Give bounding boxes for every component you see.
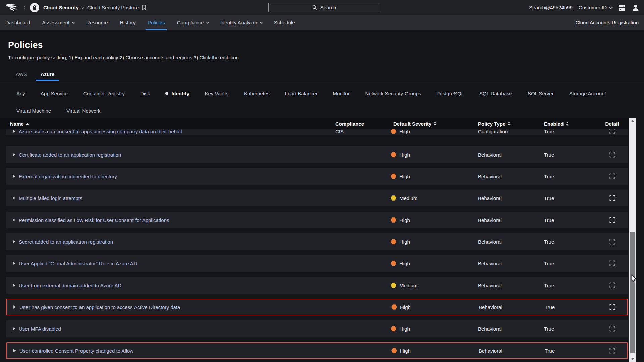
expand-caret-icon[interactable] <box>13 284 15 287</box>
filter-app-service[interactable]: App Service <box>41 84 68 102</box>
scrollbar-down-arrow-icon[interactable] <box>631 358 634 360</box>
cloud-security-lock-icon <box>30 3 39 12</box>
expand-caret-icon[interactable] <box>13 349 16 352</box>
filter-any[interactable]: Any <box>16 84 25 102</box>
filter-identity[interactable]: Identity <box>165 84 189 102</box>
nav-item-identity-analyzer[interactable]: Identity Analyzer <box>220 15 262 30</box>
detail-expand-button[interactable] <box>609 217 615 223</box>
cloud-accounts-registration-link[interactable]: Cloud Accounts Registration <box>576 20 639 25</box>
tab-aws[interactable]: AWS <box>11 68 32 81</box>
scrollbar-thumb[interactable] <box>630 232 635 353</box>
customer-id-dropdown[interactable]: Customer ID <box>579 5 612 10</box>
nav-item-compliance[interactable]: Compliance <box>177 15 208 30</box>
expand-caret-icon[interactable] <box>13 240 15 243</box>
filter-virtual-network[interactable]: Virtual Network <box>66 102 100 119</box>
nav-item-policies[interactable]: Policies <box>148 15 165 30</box>
table-row[interactable]: Secret added to an application registrat… <box>6 233 628 250</box>
policy-name-cell[interactable]: User MFA disabled <box>6 326 329 332</box>
policy-name-cell[interactable]: User-controlled Consent Property changed… <box>7 348 330 354</box>
nav-item-history[interactable]: History <box>120 15 136 30</box>
column-header-policy-type[interactable]: Policy Type <box>472 121 538 127</box>
column-header-default-severity[interactable]: Default Severity <box>387 121 472 127</box>
filter-load-balancer[interactable]: Load Balancer <box>285 84 318 102</box>
filter-sql-server[interactable]: SQL Server <box>528 84 554 102</box>
nav-item-resource[interactable]: Resource <box>86 15 108 30</box>
column-header-name[interactable]: Name <box>6 121 329 127</box>
policy-name-cell[interactable]: Permission classified as Low Risk for Us… <box>6 217 329 223</box>
expand-caret-icon[interactable] <box>13 153 15 156</box>
filter-network-security-groups[interactable]: Network Security Groups <box>365 84 421 102</box>
filter-kubernetes[interactable]: Kubernetes <box>244 84 270 102</box>
filter-key-vaults[interactable]: Key Vaults <box>205 84 228 102</box>
table-row[interactable]: User Applied "Global Administrator" Role… <box>6 255 628 272</box>
policy-name-link[interactable]: User has given consent to an application… <box>19 304 180 310</box>
policy-name-link[interactable]: External organization connected to direc… <box>19 174 117 179</box>
filter-sql-database[interactable]: SQL Database <box>479 84 512 102</box>
filter-postgresql[interactable]: PostgreSQL <box>436 84 464 102</box>
detail-expand-button[interactable] <box>609 348 615 354</box>
expand-caret-icon[interactable] <box>13 305 16 309</box>
policy-name-link[interactable]: User Applied "Global Administrator" Role… <box>19 261 137 266</box>
nav-item-assessment[interactable]: Assessment <box>42 15 74 30</box>
table-row[interactable]: User MFA disabled High Behavioral True <box>6 320 628 337</box>
table-row[interactable]: Multiple failed login attempts Medium Be… <box>6 190 628 206</box>
table-row[interactable]: User from external domain added to Azure… <box>6 277 628 294</box>
expand-caret-icon[interactable] <box>13 327 15 330</box>
policy-name-link[interactable]: Multiple failed login attempts <box>19 195 82 201</box>
table-row[interactable]: Permission classified as Low Risk for Us… <box>6 212 628 228</box>
column-header-detail[interactable]: Detail <box>597 121 629 127</box>
policy-name-cell[interactable]: User from external domain added to Azure… <box>6 283 329 288</box>
detail-expand-button[interactable] <box>609 304 615 310</box>
table-row[interactable]: Certificate added to an application regi… <box>6 146 628 163</box>
breadcrumb-cloud-security-link[interactable]: Cloud Security <box>43 5 79 10</box>
column-header-compliance[interactable]: Compliance <box>329 121 387 127</box>
detail-expand-button[interactable] <box>609 195 615 201</box>
app-switcher-icon[interactable] <box>618 4 626 11</box>
policy-name-cell[interactable]: Azure users can consent to apps accessin… <box>6 129 329 134</box>
filter-container-registry[interactable]: Container Registry <box>83 84 125 102</box>
filter-disk[interactable]: Disk <box>140 84 150 102</box>
detail-expand-button[interactable] <box>609 282 615 288</box>
detail-expand-button[interactable] <box>609 260 615 266</box>
policy-name-link[interactable]: Permission classified as Low Risk for Us… <box>19 217 169 223</box>
policy-name-link[interactable]: User from external domain added to Azure… <box>19 283 121 288</box>
tab-azure[interactable]: Azure <box>36 68 59 81</box>
policy-name-cell[interactable]: External organization connected to direc… <box>6 174 329 179</box>
expand-caret-icon[interactable] <box>13 218 15 222</box>
detail-expand-button[interactable] <box>609 129 615 134</box>
expand-caret-icon[interactable] <box>13 130 15 133</box>
nav-item-dashboard[interactable]: Dashboard <box>5 15 30 30</box>
table-row[interactable]: User has given consent to an application… <box>6 299 628 315</box>
detail-expand-button[interactable] <box>609 326 615 332</box>
detail-expand-button[interactable] <box>609 173 615 179</box>
policy-name-link[interactable]: Certificate added to an application regi… <box>19 152 121 158</box>
global-search-input[interactable]: Search <box>268 3 380 12</box>
scrollbar-up-arrow-icon[interactable] <box>631 120 634 122</box>
column-header-enabled[interactable]: Enabled <box>538 121 597 127</box>
policy-name-link[interactable]: User MFA disabled <box>19 326 61 332</box>
expand-caret-icon[interactable] <box>13 196 15 200</box>
detail-expand-button[interactable] <box>609 152 615 158</box>
nav-item-schedule[interactable]: Schedule <box>274 15 295 30</box>
expand-caret-icon[interactable] <box>13 175 15 178</box>
user-profile-icon[interactable] <box>632 4 639 11</box>
expand-caret-icon[interactable] <box>13 262 15 265</box>
table-row[interactable]: Azure users can consent to apps accessin… <box>6 129 628 135</box>
policy-name-link[interactable]: Secret added to an application registrat… <box>19 239 113 245</box>
bookmark-icon[interactable] <box>142 5 146 10</box>
detail-expand-button[interactable] <box>609 239 615 245</box>
table-row-clipped[interactable]: Azure users can consent to apps accessin… <box>6 129 628 135</box>
policy-name-cell[interactable]: Secret added to an application registrat… <box>6 239 329 245</box>
filter-virtual-machine[interactable]: Virtual Machine <box>16 102 51 119</box>
policy-name-cell[interactable]: User Applied "Global Administrator" Role… <box>6 261 329 266</box>
filter-monitor[interactable]: Monitor <box>333 84 350 102</box>
table-row[interactable]: External organization connected to direc… <box>6 168 628 185</box>
filter-storage-account[interactable]: Storage Account <box>569 84 606 102</box>
vertical-scrollbar[interactable] <box>629 118 636 362</box>
policy-name-cell[interactable]: User has given consent to an application… <box>7 304 330 310</box>
policy-name-cell[interactable]: Multiple failed login attempts <box>6 195 329 201</box>
policy-name-link[interactable]: Azure users can consent to apps accessin… <box>19 129 182 134</box>
table-row[interactable]: User-controlled Consent Property changed… <box>6 342 628 359</box>
policy-name-cell[interactable]: Certificate added to an application regi… <box>6 152 329 158</box>
policy-name-link[interactable]: User-controlled Consent Property changed… <box>19 348 133 354</box>
